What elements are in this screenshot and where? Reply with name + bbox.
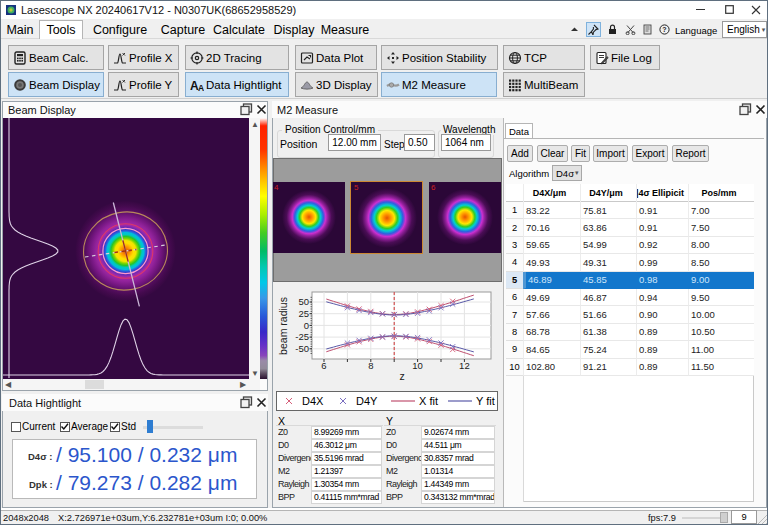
svg-text:12: 12 bbox=[459, 360, 470, 371]
svg-text:6: 6 bbox=[321, 360, 326, 371]
svg-text:25: 25 bbox=[298, 308, 309, 319]
svg-text:Y fit: Y fit bbox=[476, 395, 495, 407]
svg-text:z: z bbox=[399, 370, 404, 382]
svg-text:50: 50 bbox=[298, 296, 309, 307]
svg-text:beam radius: beam radius bbox=[277, 297, 289, 355]
svg-text:0: 0 bbox=[304, 320, 309, 331]
svg-text:-50: -50 bbox=[295, 343, 309, 354]
svg-text:X fit: X fit bbox=[419, 395, 438, 407]
svg-text:-25: -25 bbox=[295, 331, 309, 342]
svg-text:D4X: D4X bbox=[302, 395, 324, 407]
svg-text:?: ? bbox=[662, 26, 666, 33]
svg-text:D4Y: D4Y bbox=[356, 395, 378, 407]
svg-text:10: 10 bbox=[412, 360, 423, 371]
svg-text:8: 8 bbox=[368, 360, 373, 371]
svg-text:A: A bbox=[198, 83, 204, 92]
